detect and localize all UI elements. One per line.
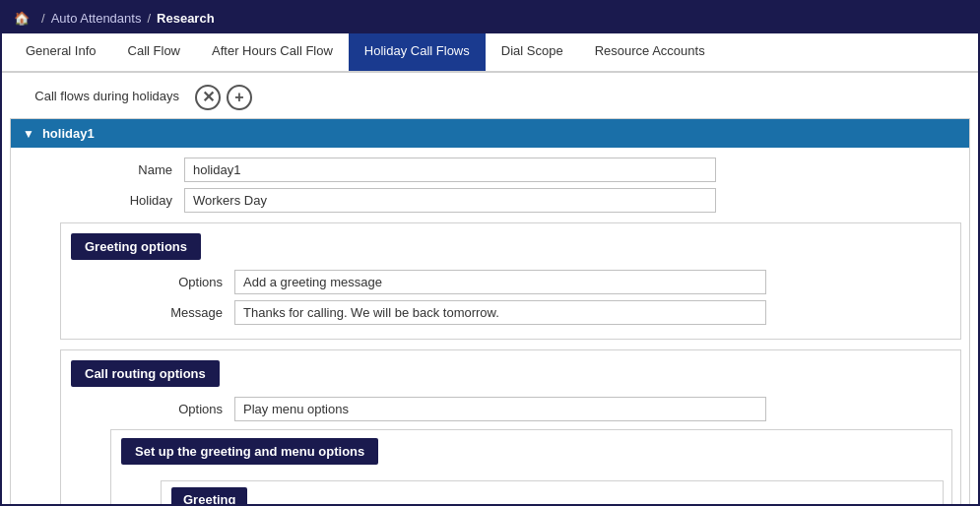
greeting-options-label: Greeting options: [71, 233, 201, 260]
remove-holiday-button[interactable]: ✕: [195, 85, 221, 110]
greeting-options-input[interactable]: [234, 270, 766, 294]
tab-general-info[interactable]: General Info: [10, 33, 112, 71]
breadcrumb-separator-1: /: [41, 11, 45, 26]
breadcrumb-research: Research: [157, 11, 215, 26]
top-bar: 🏠 / Auto Attendants / Research: [2, 2, 978, 33]
tab-call-flow[interactable]: Call Flow: [112, 33, 196, 71]
holiday-section-header[interactable]: ▼ holiday1: [11, 119, 969, 148]
call-flows-row: Call flows during holidays ✕ +: [2, 73, 978, 118]
breadcrumb-auto-attendants[interactable]: Auto Attendants: [51, 11, 142, 26]
nav-tabs: General Info Call Flow After Hours Call …: [2, 33, 978, 73]
setup-greeting-label: Set up the greeting and menu options: [121, 438, 378, 465]
call-routing-options-input[interactable]: [234, 397, 766, 421]
name-input[interactable]: [184, 158, 716, 182]
tab-dial-scope[interactable]: Dial Scope: [486, 33, 579, 71]
chevron-down-icon: ▼: [23, 127, 34, 141]
holiday-section-title: holiday1: [42, 126, 95, 141]
home-icon[interactable]: 🏠: [14, 11, 30, 26]
breadcrumb-separator-2: /: [147, 11, 151, 26]
greeting-message-input[interactable]: [234, 300, 766, 325]
greeting-options-section: Greeting options Options Message: [60, 222, 961, 340]
greeting-message-label: Message: [77, 305, 234, 320]
tab-resource-accounts[interactable]: Resource Accounts: [579, 33, 721, 71]
holiday-input[interactable]: [184, 188, 716, 213]
holiday-row: Holiday: [11, 188, 969, 213]
call-routing-section: Call routing options Options Set up the …: [60, 349, 961, 504]
greeting-options-options-label: Options: [77, 275, 234, 289]
greeting-message-row: Message: [61, 300, 960, 325]
holiday-body: Name Holiday Greeting options Options: [11, 148, 969, 504]
call-routing-label: Call routing options: [71, 360, 220, 387]
call-flows-actions: ✕ +: [195, 85, 252, 110]
add-holiday-button[interactable]: +: [227, 85, 252, 110]
tab-holiday-call-flows[interactable]: Holiday Call Flows: [349, 33, 486, 71]
call-flows-label: Call flows during holidays: [18, 85, 195, 103]
holiday-section: ▼ holiday1 Name Holiday Greeting options: [10, 118, 970, 504]
greeting-inner-section: Greeting Options Audio File: [161, 480, 944, 504]
greeting-options-row: Options: [61, 270, 960, 294]
call-routing-options-row: Options: [61, 397, 960, 421]
name-label: Name: [27, 162, 184, 177]
app-container: 🏠 / Auto Attendants / Research General I…: [0, 0, 980, 506]
tab-after-hours-call-flow[interactable]: After Hours Call Flow: [196, 33, 349, 71]
name-row: Name: [11, 158, 969, 182]
setup-greeting-section: Set up the greeting and menu options Gre…: [110, 429, 952, 504]
call-routing-options-label: Options: [77, 402, 234, 416]
holiday-label: Holiday: [27, 193, 184, 208]
main-content: Call flows during holidays ✕ + ▼ holiday…: [2, 73, 978, 504]
greeting-inner-label: Greeting: [171, 487, 247, 504]
